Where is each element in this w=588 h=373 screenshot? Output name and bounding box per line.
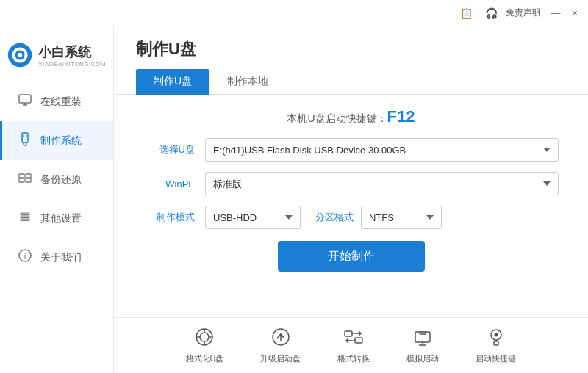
udisk-select[interactable]: E:(hd1)USB Flash Disk USB Device 30.00GB <box>205 138 559 162</box>
svg-rect-29 <box>420 332 426 334</box>
svg-rect-11 <box>19 174 24 178</box>
svg-text:i: i <box>24 252 26 261</box>
svg-rect-4 <box>19 95 31 103</box>
title-bar: 📋 🎧 免责声明 — × <box>0 0 588 26</box>
sidebar-item-label-online-reinstall: 在线重装 <box>40 95 82 109</box>
page-title: 制作U盘 <box>114 26 588 60</box>
svg-rect-13 <box>26 174 31 178</box>
support-icon[interactable]: 🎧 <box>481 3 501 23</box>
sidebar-item-other-settings[interactable]: 其他设置 <box>0 199 113 238</box>
udisk-row: 选择U盘 E:(hd1)USB Flash Disk USB Device 30… <box>143 138 559 162</box>
svg-point-3 <box>18 53 22 57</box>
shortcut-key: F12 <box>387 107 415 126</box>
svg-rect-24 <box>345 331 352 336</box>
svg-rect-25 <box>355 338 362 343</box>
content-area: 制作U盘 制作U盘 制作本地 本机U盘启动快捷键：F12 选择U盘 E:(hd1… <box>114 26 588 373</box>
bottom-tool-format-convert[interactable]: 格式转换 <box>337 327 370 364</box>
simulate-boot-icon <box>412 327 433 350</box>
sidebar-item-label-other-settings: 其他设置 <box>40 212 82 225</box>
upgrade-boot-icon <box>270 327 291 350</box>
free-label[interactable]: 免责声明 <box>506 7 541 19</box>
sidebar-item-online-reinstall[interactable]: 在线重装 <box>0 82 113 121</box>
start-button[interactable]: 开始制作 <box>278 241 425 272</box>
bottom-tool-shortcut-key[interactable]: 启动快捷键 <box>476 327 516 364</box>
udisk-label: 选择U盘 <box>143 143 195 156</box>
backup-restore-icon <box>17 170 33 189</box>
format-udisk-icon <box>194 327 215 350</box>
mode-label: 制作模式 <box>143 211 195 224</box>
mode-partition-row: 制作模式 USB-HDD 分区格式 NTFS <box>143 206 559 229</box>
mode-select[interactable]: USB-HDD <box>205 206 301 229</box>
sidebar-items: 在线重装 制作系统 <box>0 82 113 373</box>
svg-point-21 <box>200 333 209 341</box>
close-button[interactable]: × <box>567 6 582 21</box>
minimize-button[interactable]: — <box>548 6 563 21</box>
main-wrapper: 小白系统 XIAOBAIXITONG.COM 在线重装 <box>0 26 588 373</box>
other-settings-icon <box>17 209 33 228</box>
bottom-tool-format-udisk[interactable]: 格式化U盘 <box>186 327 224 364</box>
svg-rect-15 <box>21 213 29 215</box>
sidebar-item-label-make-system: 制作系统 <box>40 134 82 148</box>
feedback-icon[interactable]: 📋 <box>456 3 476 23</box>
format-udisk-label: 格式化U盘 <box>186 353 224 364</box>
title-bar-icons: 📋 🎧 免责声明 — × <box>456 3 582 23</box>
about-us-icon: i <box>17 248 33 267</box>
partition-select[interactable]: NTFS <box>361 206 442 229</box>
shortcut-key-icon <box>486 327 506 350</box>
bottom-toolbar: 格式化U盘 升级启动盘 <box>114 317 588 373</box>
logo-main-text: 小白系统 <box>38 43 106 61</box>
sidebar-item-label-backup-restore: 备份还原 <box>40 173 82 186</box>
svg-rect-7 <box>22 133 28 142</box>
tabs: 制作U盘 制作本地 <box>114 60 588 95</box>
logo-sub-text: XIAOBAIXITONG.COM <box>38 61 106 68</box>
online-reinstall-icon <box>17 93 33 111</box>
sidebar-item-backup-restore[interactable]: 备份还原 <box>0 160 113 199</box>
make-system-icon <box>17 131 33 150</box>
sidebar: 小白系统 XIAOBAIXITONG.COM 在线重装 <box>0 26 114 373</box>
format-convert-icon <box>343 327 364 350</box>
winpe-select[interactable]: 标准版 <box>205 172 559 195</box>
winpe-label: WinPE <box>143 178 195 189</box>
svg-rect-14 <box>26 178 31 182</box>
sidebar-item-make-system[interactable]: 制作系统 <box>0 121 113 160</box>
svg-rect-12 <box>19 178 24 182</box>
logo-text: 小白系统 XIAOBAIXITONG.COM <box>38 43 106 68</box>
partition-label: 分区格式 <box>315 211 354 224</box>
tab-make-udisk[interactable]: 制作U盘 <box>136 69 209 95</box>
shortcut-prefix: 本机U盘启动快捷键： <box>287 112 387 124</box>
sidebar-item-label-about-us: 关于我们 <box>40 251 82 264</box>
bottom-tool-simulate-boot[interactable]: 模拟启动 <box>406 327 439 364</box>
simulate-boot-label: 模拟启动 <box>406 353 439 364</box>
shortcut-hint: 本机U盘启动快捷键：F12 <box>143 107 559 126</box>
form-content: 本机U盘启动快捷键：F12 选择U盘 E:(hd1)USB Flash Disk… <box>114 95 588 317</box>
svg-rect-16 <box>21 216 29 218</box>
upgrade-boot-label: 升级启动盘 <box>260 353 301 364</box>
shortcut-key-label: 启动快捷键 <box>476 353 516 364</box>
logo-area: 小白系统 XIAOBAIXITONG.COM <box>0 34 113 82</box>
bottom-tool-upgrade-boot[interactable]: 升级启动盘 <box>260 327 301 364</box>
svg-point-35 <box>494 333 498 337</box>
app-logo <box>7 40 32 70</box>
format-convert-label: 格式转换 <box>337 353 370 364</box>
svg-rect-33 <box>494 341 498 345</box>
tab-make-local[interactable]: 制作本地 <box>209 69 286 95</box>
svg-rect-17 <box>21 219 29 221</box>
winpe-row: WinPE 标准版 <box>143 172 559 195</box>
svg-point-8 <box>24 142 26 145</box>
sidebar-item-about-us[interactable]: i 关于我们 <box>0 238 113 277</box>
